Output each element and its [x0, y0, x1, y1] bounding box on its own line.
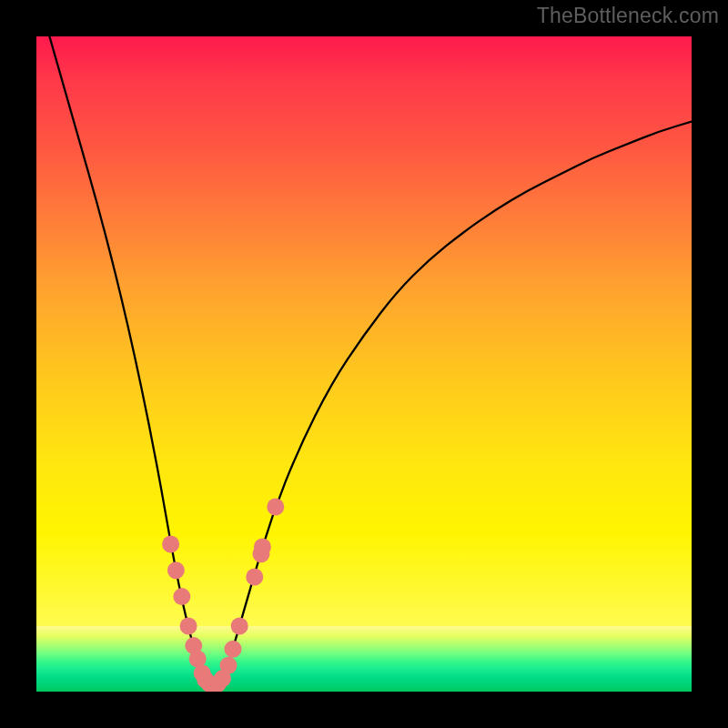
data-dot	[219, 657, 237, 674]
watermark-text: TheBottleneck.com	[537, 4, 719, 28]
data-dot	[225, 641, 242, 658]
curve-layer	[36, 36, 692, 692]
data-dot	[267, 498, 284, 515]
data-dot	[254, 538, 271, 555]
data-dot	[180, 618, 197, 635]
chart-stage: TheBottleneck.com	[0, 0, 728, 728]
data-dot	[173, 588, 190, 605]
data-dot	[246, 569, 263, 586]
bottleneck-curve	[49, 36, 692, 683]
data-dot	[167, 561, 185, 579]
data-dot	[162, 536, 179, 553]
data-dots	[162, 498, 284, 692]
plot-area	[36, 36, 692, 692]
data-dot	[231, 618, 248, 635]
